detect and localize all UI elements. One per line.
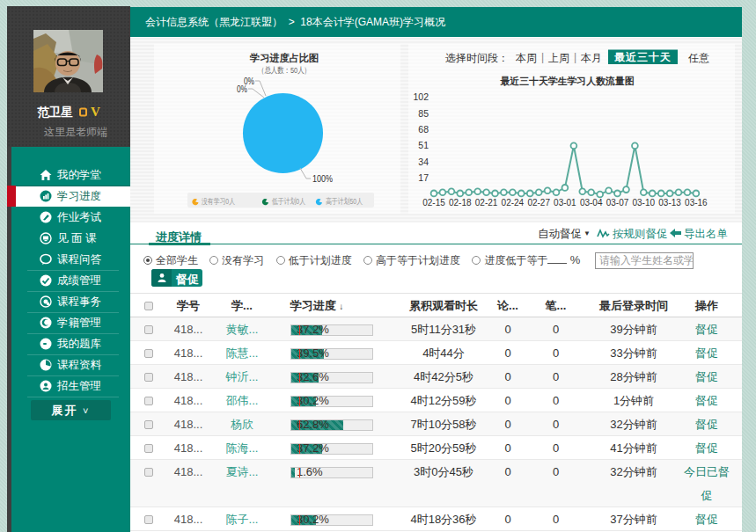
svg-text:03-10: 03-10 (633, 198, 656, 208)
svg-text:最近三十天: 最近三十天 (614, 51, 672, 63)
svg-text:低于计划0人: 低于计划0人 (271, 197, 305, 206)
svg-text:51: 51 (418, 140, 429, 150)
svg-text:本月: 本月 (580, 52, 602, 64)
svg-text:03-07: 03-07 (606, 198, 629, 208)
svg-text:选择时间段：: 选择时间段： (445, 52, 509, 64)
svg-text:学习进度占比图: 学习进度占比图 (249, 52, 319, 63)
svg-text:本周: 本周 (515, 52, 537, 64)
svg-text:|: | (574, 51, 576, 63)
svg-text:（总人数：50人）: （总人数：50人） (258, 65, 311, 75)
svg-text:0%: 0% (237, 84, 247, 94)
svg-text:02-15: 02-15 (422, 198, 445, 208)
svg-text:68: 68 (418, 124, 429, 135)
svg-text:02-21: 02-21 (475, 198, 498, 208)
svg-text:02-24: 02-24 (502, 198, 525, 208)
svg-text:03-13: 03-13 (658, 198, 681, 208)
svg-text:03-01: 03-01 (554, 198, 576, 208)
svg-text:上周: 上周 (548, 52, 569, 64)
svg-text:17: 17 (418, 172, 429, 183)
svg-text:|: | (541, 51, 544, 63)
svg-text:85: 85 (418, 108, 429, 119)
svg-text:03-16: 03-16 (685, 198, 708, 208)
svg-text:任意: 任意 (687, 52, 709, 64)
svg-text:34: 34 (418, 157, 429, 167)
svg-text:02-18: 02-18 (449, 198, 472, 208)
svg-text:最近三十天学生学习人数流量图: 最近三十天学生学习人数流量图 (500, 76, 635, 87)
svg-text:没有学习0人: 没有学习0人 (202, 197, 235, 206)
svg-text:102: 102 (413, 91, 429, 102)
svg-text:03-04: 03-04 (580, 198, 603, 208)
svg-text:高于计划50人: 高于计划50人 (326, 197, 363, 206)
svg-text:02-27: 02-27 (527, 198, 550, 208)
svg-text:100%: 100% (312, 174, 333, 184)
